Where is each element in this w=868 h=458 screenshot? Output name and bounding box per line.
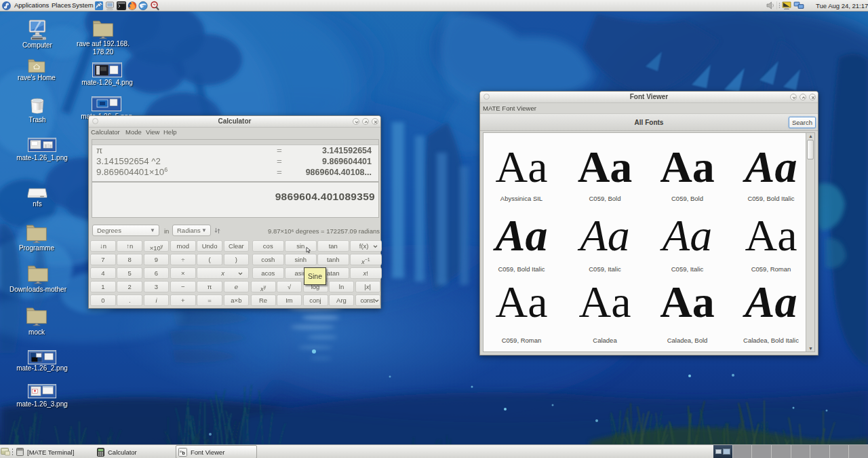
svg-text:b: b	[182, 451, 185, 455]
